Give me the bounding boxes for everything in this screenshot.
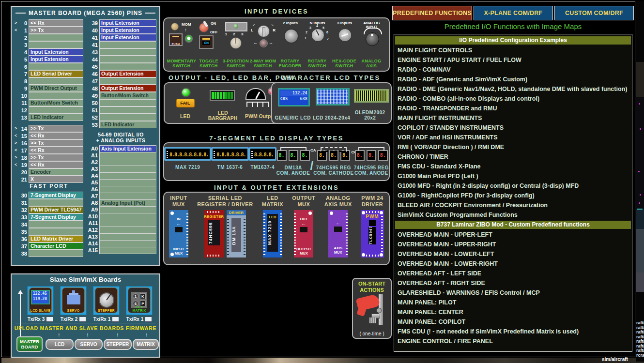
pin-assignment-cell[interactable]: Button/Mom Switch xyxy=(99,92,156,99)
dm13a-display-item[interactable]: 8.8.8. CA DM13ACOM. ANODE xyxy=(276,147,310,176)
device-3-position-switch[interactable]: 1 2 3 3-POSITIONSWITCH xyxy=(222,19,249,70)
pin-assignment-cell[interactable] xyxy=(29,41,83,48)
pin-assignment-cell[interactable] xyxy=(99,227,156,234)
pin-assignment-cell[interactable]: PWM Driver TLC5947 xyxy=(29,206,83,213)
predefined-function-item[interactable]: VOR / ADF and HSI INSTRUMENTS xyxy=(395,133,631,142)
predefined-function-item[interactable]: SimVimX Custom Programmed Functions xyxy=(395,210,631,220)
pin-assignment-cell[interactable] xyxy=(99,193,156,200)
txrx-selector[interactable] xyxy=(46,317,53,322)
pin-assignment-cell[interactable] xyxy=(99,48,156,56)
pin-assignment-cell[interactable]: << Rx xyxy=(29,147,83,154)
pin-assignment-cell[interactable] xyxy=(99,41,156,48)
pin-assignment-cell[interactable] xyxy=(99,240,156,247)
predefined-function-item[interactable]: RMI ( VOR/ADF Direction ) / RMI DME xyxy=(395,142,631,152)
servo-upload-button[interactable]: SERVO xyxy=(75,339,103,350)
txrx-selector[interactable] xyxy=(79,317,86,322)
pin-assignment-cell[interactable]: Button/Mom Switch xyxy=(29,99,83,106)
pin-assignment-cell[interactable]: Input Extension xyxy=(29,48,83,56)
pin-assignment-cell[interactable] xyxy=(99,99,156,106)
slave-board-servo[interactable]: SERVO Tx/Rx 2 xyxy=(60,286,87,322)
pin-assignment-cell[interactable]: LED Serial Driver xyxy=(29,70,83,77)
device-rotary-encoder[interactable]: 2 Inputs ROTARYENCODER xyxy=(276,19,304,70)
pin-assignment-cell[interactable]: Input Extension xyxy=(99,27,156,34)
axis-mux-board-icon[interactable]: AXISMUX xyxy=(328,210,348,257)
pin-assignment-cell[interactable]: Output Extension xyxy=(99,85,156,92)
tm1637-4-display-item[interactable]: 8.8.8.8. TM1637-4 xyxy=(249,147,276,170)
pin-assignment-cell[interactable]: Output Extension xyxy=(99,70,156,77)
predefined-function-item[interactable]: G1000 - Right/Copilot PFD (for 3-display… xyxy=(395,191,631,200)
pin-assignment-cell[interactable]: >> Tx xyxy=(29,125,83,132)
pin-assignment-cell[interactable] xyxy=(29,228,83,235)
predefined-function-item[interactable]: RADIO - COMBO (all-in-one Displays and c… xyxy=(395,94,631,104)
hc595-anode-display-item[interactable]: 8.8.8. 74HC595 REGCOM. ANODE xyxy=(354,147,389,176)
predefined-function-item[interactable]: MAIN FLIGHT CONTROLS xyxy=(395,45,631,55)
input-mux-board-icon[interactable]: IN INPUTMUX xyxy=(169,210,188,257)
pin-assignment-cell[interactable]: Character LCD xyxy=(29,242,83,250)
device-2-way-mom-switch[interactable]: L R 2-WAY MOMSWITCH xyxy=(249,19,276,70)
slave-board-keymatrix[interactable]: 1 K 6 P KEY MATRIX Tx/Rx 1 xyxy=(126,286,153,322)
pin-assignment-cell[interactable]: Input Extension xyxy=(29,56,83,63)
key-matrix-board-icon[interactable]: 1 K 6 P KEY MATRIX xyxy=(126,286,153,315)
predefined-function-item[interactable]: RADIO - ADF (Generic and SimVimX Custom) xyxy=(395,75,631,84)
tab[interactable]: PREDEFINED FUNCTIONS xyxy=(392,6,472,20)
driver-dm13a-board-icon[interactable]: DRIVER DM 13A xyxy=(227,210,246,257)
predefined-function-item[interactable]: G1000 Main Pilot PFD (Left ) xyxy=(395,171,631,181)
pin-assignment-cell[interactable] xyxy=(29,63,83,70)
pin-assignment-cell[interactable]: LED Indicator xyxy=(29,114,83,121)
pin-assignment-cell[interactable] xyxy=(29,250,83,257)
servo-board-icon[interactable]: SERVO xyxy=(60,286,87,315)
pin-assignment-cell[interactable] xyxy=(99,152,156,159)
pin-assignment-cell[interactable]: X xyxy=(29,176,83,183)
device-analog-axis[interactable]: ANALOG INPUT ANALOGAXIS xyxy=(358,19,385,70)
pin-assignment-cell[interactable]: LED Indicator xyxy=(99,121,156,128)
device-rotary-switch[interactable]: N Inputs 1 2 3 4 5 6 7 ROTARYSWITCH xyxy=(304,19,331,70)
predefined-function-item[interactable]: OVERHEAD AFT - RIGHT SIDE xyxy=(395,278,631,288)
pin-assignment-cell[interactable]: Input Extension xyxy=(99,34,156,41)
pin-assignment-cell[interactable]: >> Tx xyxy=(29,139,83,147)
pin-assignment-cell[interactable]: Analog Input (Pot) xyxy=(99,199,156,207)
output-led[interactable]: FAIL LED xyxy=(169,83,202,123)
predefined-function-item[interactable]: MAIN PANEL: CENTER xyxy=(395,307,631,317)
predefined-function-item[interactable]: FMS CDU - Standard X-Plane xyxy=(395,162,631,171)
predefined-function-item[interactable]: RADIO - TRANSPONDER and RMU xyxy=(395,104,631,113)
predefined-function-item[interactable]: FMS CDU (! - not needed if SimVimX Prede… xyxy=(395,327,631,336)
pin-assignment-cell[interactable] xyxy=(29,106,83,114)
predefined-function-item[interactable]: BLEED AIR / COCKPIT Environment / Pressu… xyxy=(395,200,631,210)
predefined-function-item[interactable]: MAIN PANEL: COPILOT xyxy=(395,317,631,327)
pin-assignment-cell[interactable] xyxy=(99,172,156,180)
generic-lcd-item[interactable]: 132.24 CRS638 GENERIC LCD xyxy=(275,83,311,123)
pin-assignment-cell[interactable] xyxy=(99,233,156,241)
predefined-function-item[interactable]: COPILOT / STANDBY INSTRUMENTS xyxy=(395,123,631,133)
pin-assignment-cell[interactable]: << Rx xyxy=(29,132,83,139)
predefined-function-item[interactable]: OVERHEAD MAIN - LOWER-RIGHT xyxy=(395,259,631,269)
pin-assignment-cell[interactable] xyxy=(99,106,156,114)
pin-assignment-cell[interactable]: << Rx xyxy=(29,161,83,168)
pin-assignment-cell[interactable] xyxy=(99,213,156,220)
pin-assignment-cell[interactable] xyxy=(29,77,83,85)
matrix-upload-button[interactable]: MATRIX xyxy=(133,339,159,350)
predefined-function-item[interactable]: I/O Predefined Configuration Examples xyxy=(395,36,631,45)
slave-board-stepper[interactable]: STEPPER Tx/Rx 1 xyxy=(93,286,120,322)
pin-assignment-cell[interactable]: Axis Input Extension xyxy=(99,145,156,152)
pin-assignment-cell[interactable]: Encoder xyxy=(29,168,83,176)
txrx-selector[interactable] xyxy=(145,317,152,322)
stepper-upload-button[interactable]: STEPPER xyxy=(104,339,132,350)
predefined-function-item[interactable]: MAIN FLIGHT INSTRUMENTS xyxy=(395,113,631,123)
pin-assignment-cell[interactable] xyxy=(99,159,156,166)
pin-assignment-cell[interactable] xyxy=(99,247,156,254)
pin-assignment-cell[interactable] xyxy=(99,186,156,193)
tab[interactable]: X-PLANE COM/DRF xyxy=(474,6,553,20)
pwm-driver-board-icon[interactable]: PWM TLC5947 xyxy=(361,210,384,257)
txrx-selector[interactable] xyxy=(112,317,119,322)
pin-assignment-cell[interactable]: 7-Segment Display xyxy=(29,213,83,221)
pin-assignment-cell[interactable] xyxy=(99,114,156,121)
pin-assignment-cell[interactable] xyxy=(29,199,83,206)
slave-board-lcd[interactable]: 122.45 119.20 LCD SLAVE Tx/Rx 3 xyxy=(27,286,54,322)
pin-assignment-cell[interactable] xyxy=(99,63,156,70)
pin-assignment-cell[interactable] xyxy=(99,166,156,173)
pin-assignment-cell[interactable] xyxy=(99,179,156,186)
pin-assignment-cell[interactable]: << Rx xyxy=(29,19,83,27)
pin-assignment-cell[interactable]: >> Tx xyxy=(29,27,83,34)
predefined-function-item[interactable]: ENGINE START / APU START / FUEL FLOW xyxy=(395,55,631,65)
device-hex-code-switch[interactable]: 3 Inputs HEX-CODESWITCH xyxy=(331,19,358,70)
